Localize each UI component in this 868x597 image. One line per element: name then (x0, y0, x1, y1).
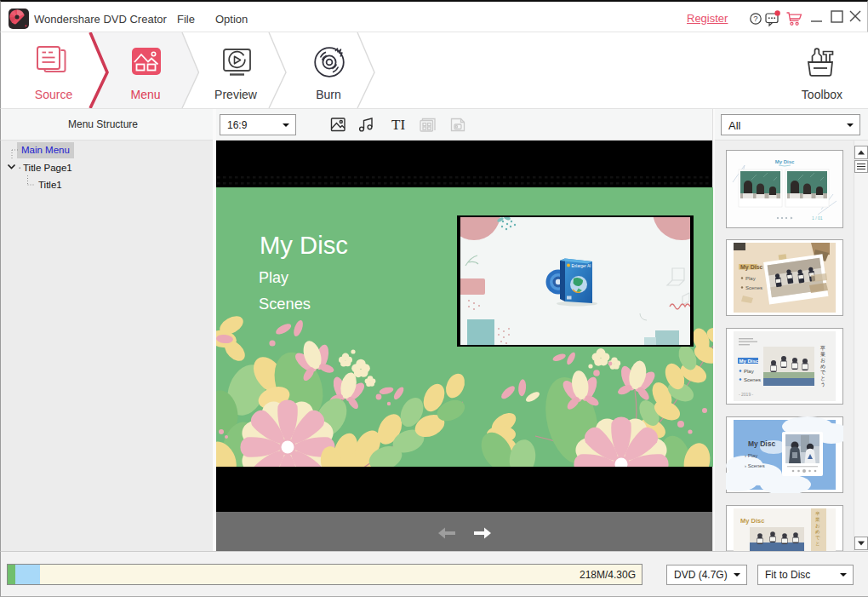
svg-text:?: ? (753, 14, 757, 23)
svg-text:Play: Play (259, 269, 288, 286)
svg-text:› Play: › Play (745, 453, 757, 458)
svg-text:卒: 卒 (815, 511, 820, 516)
svg-text:My Disc: My Disc (748, 439, 775, 448)
svg-text:My Disc: My Disc (740, 359, 759, 364)
svg-text:と: と (815, 541, 820, 546)
svg-text:お: お (820, 358, 825, 363)
svg-text:My Disc: My Disc (740, 517, 764, 525)
svg-text:う: う (820, 382, 825, 387)
svg-text:Enlarger AI: Enlarger AI (572, 264, 591, 268)
svg-text:My Disc: My Disc (775, 159, 795, 164)
svg-text:Scenes: Scenes (259, 296, 311, 313)
svg-text:業: 業 (815, 517, 820, 522)
svg-text:Scenes: Scenes (744, 377, 761, 382)
svg-text:Play: Play (745, 276, 756, 281)
svg-text:› Scenes: › Scenes (745, 463, 765, 468)
svg-text:TI: TI (391, 117, 405, 133)
svg-text:と: と (820, 376, 825, 381)
svg-text:My Disc: My Disc (740, 264, 763, 271)
svg-text:め: め (820, 364, 825, 369)
svg-text:業: 業 (820, 352, 825, 357)
svg-text:で: で (820, 370, 826, 375)
svg-text:め: め (815, 529, 820, 534)
svg-text:卒: 卒 (819, 345, 825, 351)
svg-text:1 / 01: 1 / 01 (812, 215, 823, 221)
svg-text:Scenes: Scenes (745, 285, 762, 290)
svg-text:で: で (815, 535, 820, 540)
svg-text:- 2019 -: - 2019 - (739, 392, 754, 397)
svg-text:Play: Play (744, 369, 754, 374)
svg-text:お: お (815, 523, 820, 528)
svg-text:My Disc: My Disc (260, 232, 348, 259)
